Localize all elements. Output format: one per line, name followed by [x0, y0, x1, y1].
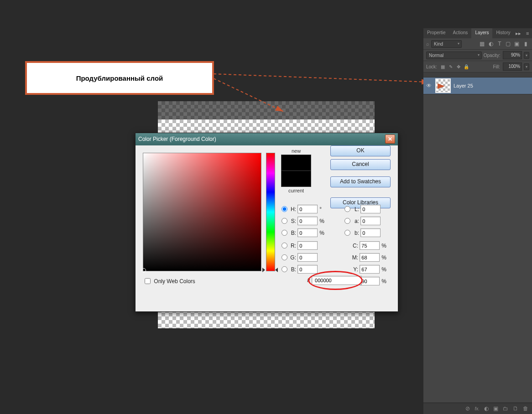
lock-transparency-icon[interactable]: ▦ [440, 64, 446, 69]
m-unit: % [381, 254, 386, 261]
lab-b-radio[interactable] [344, 230, 350, 236]
tab-layers[interactable]: Layers [471, 28, 492, 38]
layer-filter-row: ⌕ Kind ▦ ◐ T ▢ ▣ ▮ [423, 38, 532, 50]
tab-history[interactable]: History [492, 28, 514, 38]
blue-input[interactable] [297, 265, 318, 274]
s-unit: % [319, 218, 324, 224]
filter-smart-icon[interactable]: ▣ [513, 41, 521, 47]
filter-adjust-icon[interactable]: ◐ [487, 41, 495, 47]
hue-input[interactable] [297, 205, 318, 213]
only-web-colors-label: Only Web Colors [154, 278, 195, 285]
color-picker-cursor [141, 268, 146, 273]
opacity-label: Opacity: [484, 53, 501, 58]
hue-radio[interactable] [282, 206, 287, 212]
ok-button[interactable]: OK [330, 145, 391, 156]
current-color-swatch[interactable] [281, 171, 311, 187]
layer-visibility-icon[interactable]: 👁 [426, 83, 433, 89]
layer-fx-icon[interactable]: fx. [475, 406, 480, 411]
new-color-label: new [281, 148, 312, 154]
lab-l-radio[interactable] [344, 206, 350, 212]
dialog-titlebar[interactable]: Color Picker (Foreground Color) ✕ [136, 133, 398, 145]
hue-slider[interactable] [266, 153, 275, 271]
filter-shape-icon[interactable]: ▢ [505, 41, 512, 47]
lab-a-input[interactable] [360, 217, 381, 225]
layer-mask-icon[interactable]: ◐ [484, 405, 489, 412]
only-web-colors-checkbox[interactable] [145, 278, 151, 284]
annotation-text: Продублированный слой [76, 74, 163, 82]
lab-b-label: b: [352, 230, 359, 236]
g-label: G: [289, 254, 296, 261]
layer-name[interactable]: Layer 25 [454, 83, 473, 88]
lab-a-radio[interactable] [344, 218, 350, 224]
close-icon: ✕ [388, 136, 392, 142]
panel-tabs: Propertie Actions Layers History ▸▸ ≡ [423, 28, 532, 38]
layer-row[interactable]: 👁 Layer 25 [423, 77, 532, 94]
blend-mode-select[interactable]: Normal [426, 52, 482, 59]
fill-label: Fill: [493, 64, 500, 69]
canvas-shadow-strip [158, 101, 375, 119]
lock-label: Lock: [426, 64, 437, 69]
search-icon: ⌕ [426, 41, 429, 47]
lab-l-label: L: [352, 206, 359, 212]
yellow-input[interactable] [360, 265, 380, 274]
lock-position-icon[interactable]: ✥ [455, 64, 462, 69]
link-layers-icon[interactable]: ⊘ [465, 405, 470, 412]
delete-layer-icon[interactable]: 🗑 [523, 405, 528, 412]
tab-properties[interactable]: Propertie [423, 28, 449, 38]
layer-group-icon[interactable]: 🗀 [503, 405, 508, 412]
adjustment-layer-icon[interactable]: ▣ [493, 405, 498, 412]
svg-line-0 [214, 74, 429, 82]
cancel-button[interactable]: Cancel [330, 159, 391, 170]
saturation-radio[interactable] [282, 218, 287, 224]
add-to-swatches-button[interactable]: Add to Swatches [330, 176, 391, 187]
new-layer-icon[interactable]: 🗋 [513, 405, 518, 412]
lab-a-label: a: [352, 218, 359, 224]
magenta-input[interactable] [360, 253, 380, 262]
saturation-input[interactable] [297, 217, 318, 225]
blue-radio[interactable] [282, 266, 287, 272]
y-unit: % [381, 266, 386, 273]
rgb-b-label: B: [289, 266, 296, 273]
opacity-flyout-icon[interactable]: ▾ [524, 52, 529, 59]
s-label: S: [289, 218, 296, 224]
fill-input[interactable]: 100% [503, 62, 522, 71]
h-label: H: [289, 206, 296, 212]
hex-label: # [307, 277, 310, 284]
opacity-input[interactable]: 90% [503, 51, 522, 59]
lock-brush-icon[interactable]: ✎ [448, 64, 454, 69]
annotation-callout: Продублированный слой [25, 61, 214, 95]
y-label: Y: [351, 266, 358, 273]
filter-type-icons: ▦ ◐ T ▢ ▣ ▮ [479, 41, 529, 47]
tab-actions[interactable]: Actions [449, 28, 472, 38]
filter-toggle-icon[interactable]: ▮ [522, 41, 529, 47]
panel-expand-icon[interactable]: ▸▸ [514, 28, 523, 38]
filter-pixel-icon[interactable]: ▦ [479, 41, 486, 47]
layers-panel: Propertie Actions Layers History ▸▸ ≡ ⌕ … [423, 28, 532, 414]
red-input[interactable] [297, 241, 318, 250]
lab-b-input[interactable] [360, 228, 381, 237]
panel-menu-icon[interactable]: ≡ [523, 28, 532, 38]
hex-input[interactable] [312, 276, 362, 285]
cyan-input[interactable] [360, 241, 380, 250]
brightness-input[interactable] [297, 228, 318, 237]
h-unit: ° [319, 206, 322, 212]
brightness-radio[interactable] [282, 230, 287, 236]
current-color-label: current [281, 188, 312, 193]
red-radio[interactable] [282, 243, 287, 248]
layer-thumbnail[interactable] [435, 78, 451, 93]
close-button[interactable]: ✕ [385, 135, 395, 144]
fill-flyout-icon[interactable]: ▾ [524, 63, 529, 70]
lock-all-icon[interactable]: 🔒 [463, 64, 469, 69]
lab-inputs: L: a: b: [344, 205, 381, 240]
green-radio[interactable] [282, 254, 287, 260]
lab-l-input[interactable] [360, 205, 381, 213]
layers-footer: ⊘ fx. ◐ ▣ 🗀 🗋 🗑 [423, 403, 532, 414]
k-unit: % [381, 278, 386, 285]
saturation-brightness-field[interactable] [143, 153, 261, 271]
green-input[interactable] [297, 253, 318, 262]
filter-type-icon[interactable]: T [496, 41, 503, 47]
hue-slider-handle[interactable] [263, 268, 277, 272]
black-input[interactable] [360, 277, 380, 285]
filter-kind-select[interactable]: Kind [431, 40, 462, 48]
rgb-inputs: R: G: B: [282, 241, 318, 277]
